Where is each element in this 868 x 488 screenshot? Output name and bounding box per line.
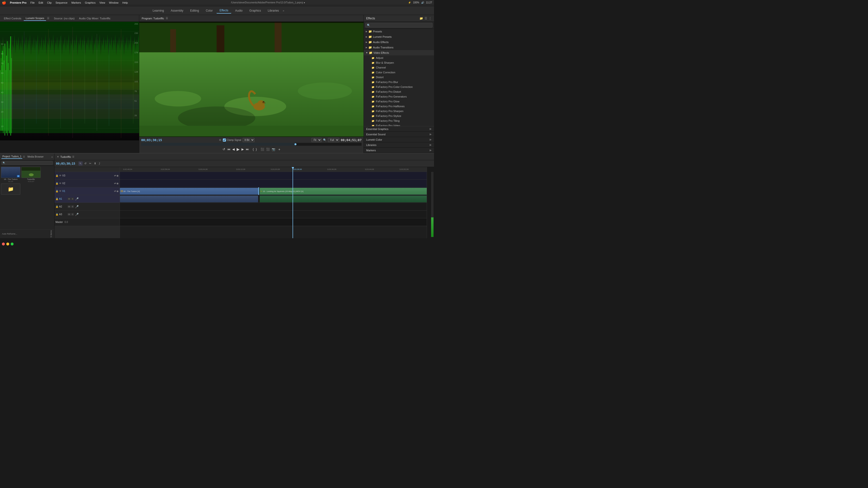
item-fxfactory-halftones[interactable]: 📁 FxFactory Pro Halftones <box>364 104 434 109</box>
tab-effect-controls[interactable]: Effect Controls <box>2 16 23 21</box>
timeline-ruler[interactable]: 3;02;48;04 3;02;56;04 3;03;04;06 3;03;12… <box>120 167 434 172</box>
essential-graphics-item[interactable]: Essential Graphics ▶ <box>364 126 434 132</box>
add-marker-button[interactable]: + <box>278 147 281 152</box>
a1-lock-icon[interactable]: 🔒 <box>56 197 58 200</box>
v3-eye-icon[interactable]: 👁 <box>59 174 62 177</box>
clamp-signal-checkbox[interactable] <box>223 138 226 141</box>
clip-a1-left[interactable] <box>120 196 258 202</box>
tab-audio-clip-mixer[interactable]: Audio Clip Mixer: Tudoriffic <box>77 16 113 21</box>
v2-sync-icon[interactable]: ⇄ <box>114 182 116 185</box>
a2-solo-button[interactable]: S <box>71 205 74 208</box>
item-adjust[interactable]: 📁 Adjust <box>364 56 434 60</box>
auto-reframe-label[interactable]: Auto Reframe... <box>2 233 17 235</box>
a3-mic-icon[interactable]: 🎤 <box>75 213 79 216</box>
bit-depth-select[interactable]: 8 Bit <box>243 138 254 142</box>
v1-visibility-icon[interactable]: ◉ <box>117 190 119 192</box>
libraries-item[interactable]: Libraries ▶ <box>364 142 434 148</box>
project-search-input[interactable] <box>1 161 53 165</box>
loop-button[interactable]: ↺ <box>222 147 226 152</box>
item-channel[interactable]: 📁 Channel <box>364 65 434 70</box>
timeline-timecode-display[interactable]: 00;03;30;15 <box>56 162 75 165</box>
settings-icon[interactable]: ⚙ <box>219 138 221 141</box>
out-point-button[interactable]: } <box>255 147 257 152</box>
tab-project[interactable]: Project: Tudors_1 <box>1 155 22 159</box>
panel-menu-icon[interactable]: ☰ <box>47 17 50 20</box>
export-frame-button[interactable]: 📷 <box>271 147 276 152</box>
v2-lock-icon[interactable]: 🔒 <box>56 182 58 185</box>
v3-lock-icon[interactable]: 🔒 <box>56 174 58 177</box>
clip-v1-right[interactable]: ✂ 13 - Looking for Squirrels (15-May-11)… <box>259 188 434 195</box>
a3-lock-icon[interactable]: 🔒 <box>56 213 58 216</box>
in-point-button[interactable]: { <box>252 147 254 152</box>
clip-menu[interactable]: Clip <box>47 1 52 4</box>
edit-menu[interactable]: Edit <box>38 1 43 4</box>
expand-project-icon[interactable]: » <box>51 155 53 158</box>
v3-visibility-icon[interactable]: ◉ <box>117 174 119 177</box>
tab-learning[interactable]: Learning <box>150 8 167 13</box>
a1-solo-button[interactable]: S <box>71 197 74 200</box>
item-fxfactory-generators[interactable]: 📁 FxFactory Pro Generators <box>364 94 434 99</box>
a1-mic-icon[interactable]: 🎤 <box>75 197 79 201</box>
item-fxfactory-glow[interactable]: 📁 FxFactory Pro Glow <box>364 99 434 104</box>
file-menu[interactable]: File <box>30 1 35 4</box>
graphics-menu[interactable]: Graphics <box>85 1 95 4</box>
v2-visibility-icon[interactable]: ◉ <box>117 182 119 185</box>
panel-menu-icon-effects[interactable]: ⋮ <box>429 17 432 20</box>
lift-tool-button[interactable]: ⬆ <box>93 161 97 166</box>
a3-mute-button[interactable]: M <box>68 213 71 216</box>
traffic-light-yellow[interactable] <box>6 242 9 244</box>
frame-forward-button[interactable]: ▶ <box>241 147 244 152</box>
group-lumetri-presets[interactable]: ▶ 📁 Lumetri Presets <box>364 34 434 39</box>
step-forward-button[interactable]: ⏭ <box>245 147 249 152</box>
playhead-dot[interactable] <box>294 143 297 145</box>
item-fxfactory-tiling[interactable]: 📁 FxFactory Pro Tiling <box>364 118 434 123</box>
view-menu[interactable]: View <box>99 1 105 4</box>
window-menu[interactable]: Window <box>109 1 118 4</box>
project-item-folder[interactable]: 📁 <box>1 184 20 195</box>
group-audio-transitions[interactable]: ▶ 📁 Audio Transitions <box>364 45 434 50</box>
project-item-tudors[interactable]: AI 18 - The Tudors 31;25 <box>1 167 20 183</box>
v2-eye-icon[interactable]: 👁 <box>59 182 62 185</box>
help-menu[interactable]: Help <box>122 1 128 4</box>
item-fxfactory-blur[interactable]: 📁 FxFactory Pro Blur <box>364 79 434 85</box>
project-menu-icon[interactable]: ☰ <box>23 156 25 158</box>
more-workspaces-icon[interactable]: » <box>283 9 284 12</box>
tab-graphics[interactable]: Graphics <box>247 8 264 13</box>
item-distort[interactable]: 📁 Distort <box>364 75 434 79</box>
sequence-menu[interactable]: Sequence <box>56 1 68 4</box>
a2-lock-icon[interactable]: 🔒 <box>56 205 58 208</box>
a3-solo-button[interactable]: S <box>71 213 74 216</box>
razor-tool-button[interactable]: ✂ <box>88 161 92 166</box>
timeline-menu-icon[interactable]: ☰ <box>72 155 74 158</box>
step-back-button[interactable]: ⏮ <box>227 147 231 152</box>
timecode-left-display[interactable]: 00;03;30;15 <box>141 138 162 142</box>
a2-mute-button[interactable]: M <box>68 205 71 208</box>
clip-v1-left[interactable]: 🎞 18 - The Tudors [V] <box>120 188 258 195</box>
zoom-icon[interactable]: 🔍 <box>323 138 327 141</box>
v1-eye-icon[interactable]: 👁 <box>59 190 62 192</box>
tab-audio[interactable]: Audio <box>232 8 246 13</box>
project-item-tudoriffic[interactable]: Tudoriffic 4;51;07 <box>21 167 41 183</box>
item-blur-sharpen[interactable]: 📁 Blur & Sharpen <box>364 60 434 65</box>
a2-mic-icon[interactable]: 🎤 <box>75 205 79 208</box>
effects-search-input[interactable] <box>365 23 433 28</box>
item-fxfactory-video[interactable]: 📁 FxFactory Pro Video <box>364 123 434 126</box>
a1-mute-button[interactable]: M <box>68 197 71 200</box>
markers-item[interactable]: Markers ▶ <box>364 148 434 153</box>
v1-lock-icon[interactable]: 🔒 <box>56 190 58 192</box>
tab-media-browser[interactable]: Media Browser <box>26 155 44 159</box>
frame-back-button[interactable]: ◀ <box>232 147 235 152</box>
group-presets[interactable]: ▶ 📁 Presets <box>364 29 434 34</box>
v3-sync-icon[interactable]: ⇄ <box>114 174 116 177</box>
traffic-light-green[interactable] <box>11 242 13 244</box>
list-view-icon[interactable]: ☰ <box>425 17 427 20</box>
sync-tool-button[interactable]: ↺ <box>83 161 87 166</box>
apple-menu[interactable]: 🍎 <box>2 1 6 5</box>
group-video-effects[interactable]: ▼ 📁 Video Effects <box>364 50 434 56</box>
item-fxfactory-distort[interactable]: 📁 FxFactory Pro Distort <box>364 89 434 94</box>
fit-select[interactable]: Fit <box>311 138 321 142</box>
tab-lumetri-scopes[interactable]: Lumetri Scopes <box>24 16 46 21</box>
tab-source-no-clips[interactable]: Source: (no clips) <box>52 16 76 21</box>
item-fxfactory-color[interactable]: 📁 FxFactory Pro Color Correction <box>364 85 434 89</box>
tab-assembly[interactable]: Assembly <box>168 8 186 13</box>
